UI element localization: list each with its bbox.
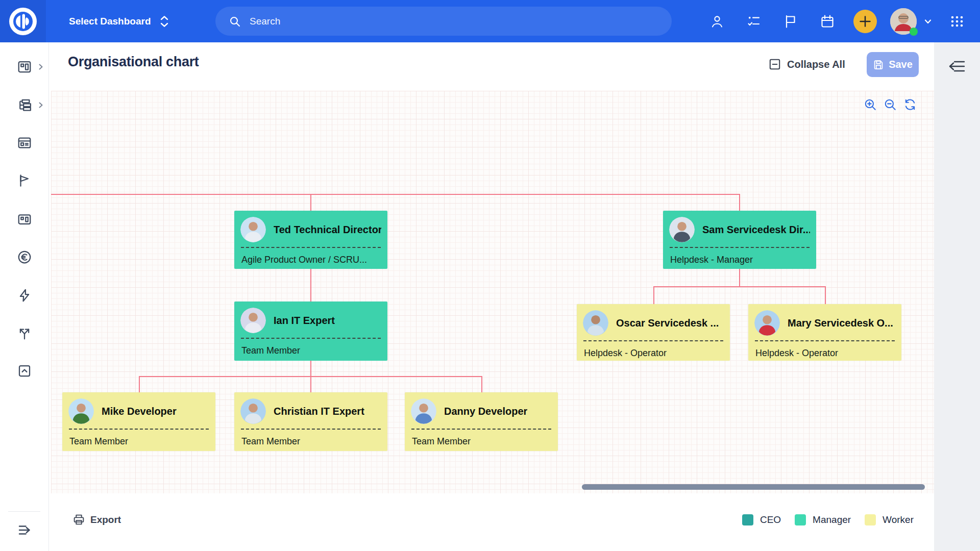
legend-label: Manager xyxy=(813,514,851,525)
add-button[interactable] xyxy=(853,10,877,33)
node-name: Oscar Servicedesk ... xyxy=(616,317,719,329)
zoom-in-icon[interactable] xyxy=(864,98,877,111)
save-icon xyxy=(873,59,884,70)
sidebar-item-finance[interactable] xyxy=(0,247,48,267)
calendar-icon[interactable] xyxy=(820,14,835,29)
legend-item-ceo: CEO xyxy=(742,514,781,525)
flag-icon[interactable] xyxy=(783,14,798,29)
connector-line xyxy=(481,376,482,392)
dashboard-selector-label: Select Dashboard xyxy=(69,16,151,27)
connector-line xyxy=(310,376,311,392)
connector-line xyxy=(653,286,654,304)
node-role: Helpdesk - Operator xyxy=(754,341,895,359)
connector-line xyxy=(139,376,140,392)
chevron-up-down-icon xyxy=(159,15,169,28)
collapse-left-icon xyxy=(947,58,967,75)
node-role: Team Member xyxy=(411,430,552,447)
horizontal-scrollbar[interactable] xyxy=(582,484,925,490)
lightning-icon xyxy=(17,288,32,303)
sidebar-item-upload[interactable] xyxy=(0,361,48,381)
sidebar-item-automation[interactable] xyxy=(0,285,48,306)
node-name: Ian IT Expert xyxy=(274,315,335,327)
collapse-all-label: Collapse All xyxy=(787,59,845,70)
connector-line xyxy=(653,286,826,287)
avatar xyxy=(411,398,436,424)
node-role: Team Member xyxy=(240,339,381,356)
save-button[interactable]: Save xyxy=(867,52,919,77)
node-role: Team Member xyxy=(68,430,209,447)
printer-icon xyxy=(72,513,85,526)
top-navigation-bar: Select Dashboard xyxy=(0,0,980,42)
sidebar-expand-button[interactable] xyxy=(0,520,48,540)
euro-icon xyxy=(17,249,32,265)
avatar xyxy=(669,217,695,242)
org-node[interactable]: Ted Technical Director Agile Product Own… xyxy=(234,211,387,269)
node-role: Team Member xyxy=(240,430,381,447)
connector-line xyxy=(310,269,311,302)
expand-sidebar-icon xyxy=(17,522,32,538)
node-name: Christian IT Expert xyxy=(274,406,364,417)
sidebar-item-cards[interactable] xyxy=(0,209,48,230)
sidebar-item-workflows[interactable] xyxy=(0,323,48,343)
avatar xyxy=(68,398,94,424)
cards-icon xyxy=(17,212,32,227)
legend-item-worker: Worker xyxy=(865,514,914,525)
topbar-actions xyxy=(709,0,965,42)
connector-line xyxy=(739,269,740,286)
node-role: Agile Product Owner / SCRU... xyxy=(240,248,381,265)
legend: CEO Manager Worker xyxy=(742,514,914,525)
collapse-all-button[interactable]: Collapse All xyxy=(768,58,845,71)
zoom-out-icon[interactable] xyxy=(884,98,897,111)
legend-label: CEO xyxy=(760,514,781,525)
search-bar[interactable] xyxy=(215,7,672,36)
org-node[interactable]: Oscar Servicedesk ... Helpdesk - Operato… xyxy=(577,304,730,361)
chevron-down-icon[interactable] xyxy=(923,16,933,27)
export-button[interactable]: Export xyxy=(72,513,121,526)
legend-item-manager: Manager xyxy=(795,514,851,525)
flag-icon xyxy=(17,173,32,188)
save-label: Save xyxy=(889,59,913,70)
canvas-zoom-controls xyxy=(864,98,917,111)
legend-label: Worker xyxy=(883,514,914,525)
connector-line xyxy=(825,286,826,304)
online-status-dot xyxy=(910,28,918,36)
org-chart-icon xyxy=(17,97,32,113)
avatar xyxy=(240,217,266,242)
node-name: Mike Developer xyxy=(102,406,177,417)
tasks-checklist-icon[interactable] xyxy=(746,14,762,29)
box-chevron-up-icon xyxy=(17,363,32,379)
node-role: Helpdesk - Manager xyxy=(669,248,810,265)
avatar xyxy=(583,310,608,336)
minus-square-icon xyxy=(768,58,781,71)
plus-icon xyxy=(859,15,872,28)
avatar xyxy=(240,308,266,333)
search-icon xyxy=(229,15,241,28)
connector-line xyxy=(51,194,740,195)
branch-arrows-icon xyxy=(17,325,32,341)
org-node[interactable]: Danny Developer Team Member xyxy=(405,392,558,451)
sidebar-item-org-chart[interactable] xyxy=(0,95,48,115)
sidebar-item-goals[interactable] xyxy=(0,170,48,191)
legend-swatch-worker xyxy=(865,514,876,525)
dashboard-selector[interactable]: Select Dashboard xyxy=(69,0,169,42)
search-input[interactable] xyxy=(249,15,608,28)
logo-icon xyxy=(9,7,37,36)
org-node[interactable]: Sam Servicedesk Dir... Helpdesk - Manage… xyxy=(663,211,816,269)
sidebar-item-browser[interactable] xyxy=(0,133,48,153)
reset-zoom-icon[interactable] xyxy=(903,98,917,111)
chevron-right-icon xyxy=(38,63,44,70)
sidebar-item-dashboards[interactable] xyxy=(0,57,48,77)
org-node[interactable]: Mary Servicedesk O... Helpdesk - Operato… xyxy=(748,304,901,361)
org-node[interactable]: Ian IT Expert Team Member xyxy=(234,302,387,361)
node-role: Helpdesk - Operator xyxy=(583,341,724,359)
org-node[interactable]: Mike Developer Team Member xyxy=(62,392,215,451)
org-chart-canvas[interactable]: Ted Technical Director Agile Product Own… xyxy=(51,91,934,493)
app-logo[interactable] xyxy=(0,0,46,42)
avatar xyxy=(754,310,780,336)
org-node[interactable]: Christian IT Expert Team Member xyxy=(234,392,387,451)
apps-grid-icon[interactable] xyxy=(949,14,965,29)
collapse-panel-button[interactable] xyxy=(947,58,967,75)
legend-swatch-manager xyxy=(795,514,806,525)
profile-avatar[interactable] xyxy=(890,8,917,35)
user-icon[interactable] xyxy=(709,14,725,29)
